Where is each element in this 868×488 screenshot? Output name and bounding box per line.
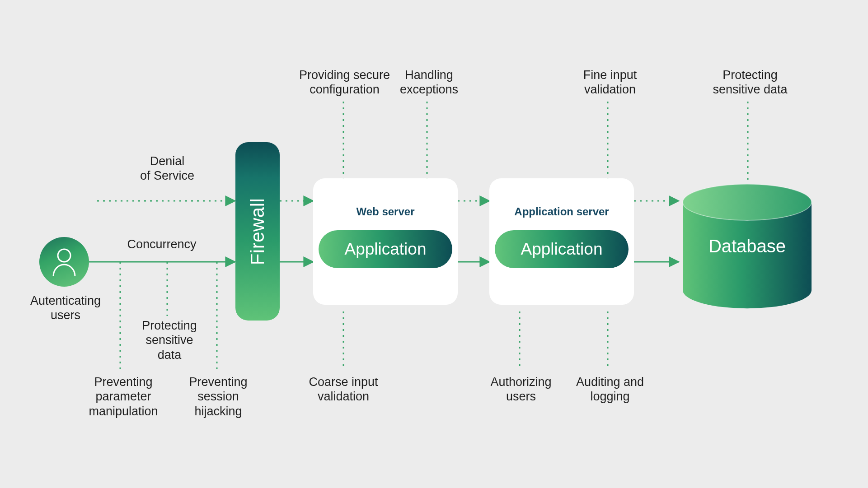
preventing-session-hijacking-label: Preventing session hijacking	[180, 375, 257, 418]
app-server-card: Application server Application	[489, 178, 634, 305]
providing-secure-configuration-label: Providing secure configuration	[289, 68, 400, 97]
fine-input-validation-label: Fine input validation	[567, 68, 653, 97]
authorizing-users-label: Authorizing users	[478, 375, 564, 404]
protecting-sensitive-data-left-label: Protecting sensitive data	[133, 318, 206, 362]
diagram-canvas: Autenticating users Firewall Web server …	[0, 0, 868, 488]
svg-point-18	[58, 249, 70, 262]
user-label: Autenticating users	[27, 293, 104, 323]
app-server-title: Application server	[489, 205, 634, 218]
web-server-app-label: Application	[344, 240, 426, 259]
web-server-title: Web server	[313, 205, 458, 218]
firewall-block: Firewall	[235, 142, 280, 321]
auditing-and-logging-label: Auditing and logging	[567, 375, 653, 404]
coarse-input-validation-label: Coarse input validation	[298, 375, 389, 404]
preventing-parameter-manipulation-label: Preventing parameter manipulation	[78, 375, 169, 418]
concurrency-label: Concurrency	[117, 237, 207, 251]
handling-exceptions-label: Handling exceptions	[389, 68, 469, 97]
denial-of-service-label: Denial of Service	[129, 154, 206, 183]
app-server-app-pill: Application	[495, 230, 629, 268]
database-label: Database	[680, 236, 814, 256]
user-icon	[39, 237, 89, 287]
web-server-card: Web server Application	[313, 178, 458, 305]
protecting-sensitive-data-right-label: Protecting sensitive data	[703, 68, 798, 97]
database-block: Database	[680, 182, 814, 311]
app-server-app-label: Application	[521, 240, 602, 259]
web-server-app-pill: Application	[319, 230, 452, 268]
firewall-label: Firewall	[247, 198, 268, 265]
